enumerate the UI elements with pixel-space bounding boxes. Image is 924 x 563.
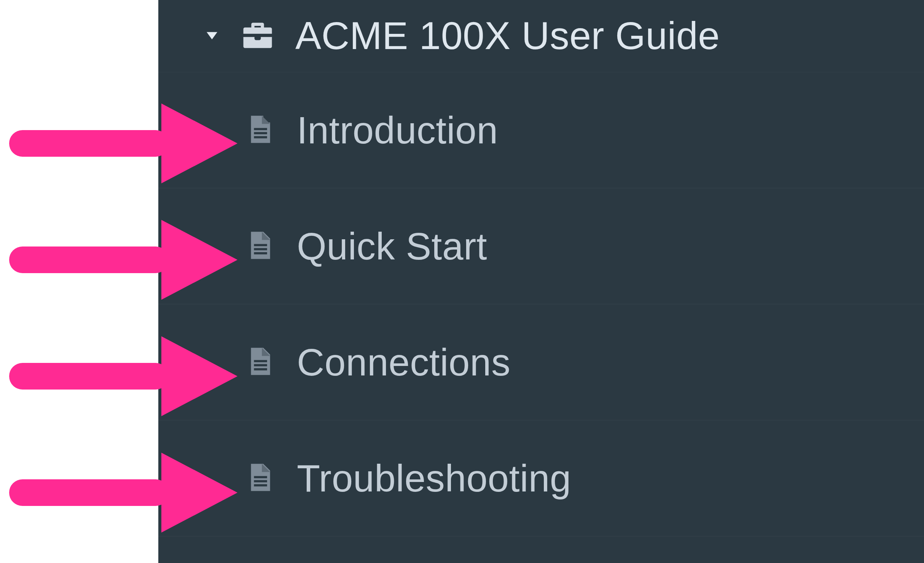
svg-rect-6 [254, 360, 267, 362]
navigation-panel: ACME 100X User Guide Introduction [158, 0, 924, 563]
svg-rect-10 [254, 480, 267, 482]
svg-rect-18 [9, 479, 169, 506]
svg-rect-2 [254, 136, 267, 138]
caret-down-icon [204, 27, 220, 45]
document-icon [243, 226, 276, 267]
tree-item-label: Introduction [297, 108, 498, 152]
document-icon [243, 110, 276, 151]
svg-rect-14 [9, 247, 169, 273]
tree-item-connections[interactable]: Connections [158, 304, 924, 420]
tree-root[interactable]: ACME 100X User Guide [158, 0, 924, 72]
document-icon [243, 342, 276, 383]
document-icon [243, 458, 276, 499]
tree-item-label: Troubleshooting [297, 456, 571, 500]
tree-item-quick-start[interactable]: Quick Start [158, 188, 924, 304]
svg-rect-9 [254, 476, 267, 478]
svg-rect-4 [254, 248, 267, 250]
svg-rect-1 [254, 132, 267, 134]
tree-item-introduction[interactable]: Introduction [158, 72, 924, 188]
svg-rect-7 [254, 364, 267, 366]
svg-rect-0 [254, 128, 267, 130]
svg-rect-12 [9, 130, 169, 157]
tree-item-troubleshooting[interactable]: Troubleshooting [158, 420, 924, 536]
svg-rect-16 [9, 363, 169, 390]
briefcase-icon [237, 16, 279, 56]
svg-rect-3 [254, 244, 267, 246]
tree-item-label: Connections [297, 340, 510, 384]
tree-root-label: ACME 100X User Guide [295, 14, 720, 58]
svg-rect-11 [254, 484, 267, 487]
svg-rect-8 [254, 368, 267, 371]
svg-rect-5 [254, 252, 267, 254]
tree-item-label: Quick Start [297, 224, 487, 268]
